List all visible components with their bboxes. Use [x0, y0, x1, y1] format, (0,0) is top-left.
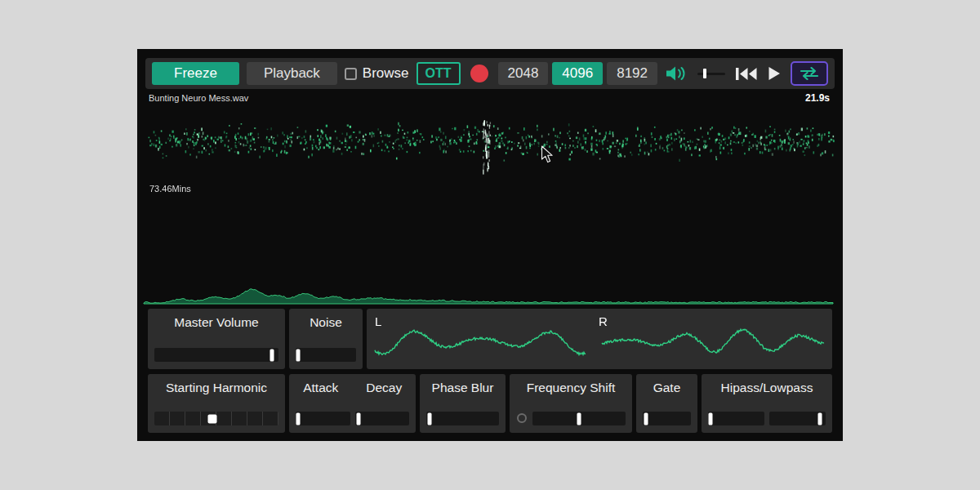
gate-panel: Gate — [636, 374, 697, 433]
volume-button[interactable] — [665, 65, 688, 82]
output-mini-slider-handle[interactable] — [703, 69, 706, 78]
noise-handle[interactable] — [296, 349, 300, 361]
hipass-lowpass-label: Hipass/Lowpass — [702, 381, 832, 395]
control-row-2: Starting Harmonic Attack Decay Phase Blu… — [148, 374, 832, 433]
playback-button[interactable]: Playback — [247, 62, 337, 85]
fft-4096-button[interactable]: 4096 — [552, 62, 603, 85]
waveform-panel: L R — [367, 309, 832, 369]
frequency-shift-panel: Frequency Shift — [510, 374, 632, 433]
plugin-window: Freeze Playback Browse OTT 2048 4096 819… — [137, 49, 843, 441]
noise-label: Noise — [289, 315, 363, 330]
phase-blur-label: Phase Blur — [420, 381, 506, 395]
phase-blur-slider[interactable] — [426, 412, 499, 425]
lowpass-slider[interactable] — [769, 412, 826, 425]
master-volume-panel: Master Volume — [148, 309, 285, 369]
hipass-handle[interactable] — [709, 412, 713, 425]
decay-slider[interactable] — [355, 412, 410, 425]
file-name: Bunting Neuro Mess.wav — [149, 93, 248, 103]
starting-harmonic-slider[interactable] — [154, 412, 278, 425]
transport-group — [665, 61, 828, 86]
noise-panel: Noise — [289, 309, 363, 369]
left-channel-label: L — [375, 314, 381, 328]
volume-icon — [665, 65, 688, 82]
master-volume-handle[interactable] — [270, 349, 274, 361]
frequency-shift-handle[interactable] — [577, 412, 581, 425]
fft-8192-button[interactable]: 8192 — [607, 62, 657, 85]
attack-decay-panel: Attack Decay — [289, 374, 416, 433]
gate-label: Gate — [636, 381, 697, 395]
play-icon — [768, 66, 781, 81]
attack-handle[interactable] — [296, 412, 301, 425]
gate-slider[interactable] — [643, 412, 691, 425]
fft-2048-button[interactable]: 2048 — [498, 62, 549, 85]
toolbar: Freeze Playback Browse OTT 2048 4096 819… — [145, 58, 835, 89]
frequency-shift-slider[interactable] — [532, 412, 626, 425]
right-channel-label: R — [599, 314, 608, 328]
mouse-cursor — [541, 145, 554, 163]
master-volume-label: Master Volume — [148, 315, 285, 330]
output-mini-slider[interactable] — [697, 73, 725, 75]
phase-blur-panel: Phase Blur — [420, 374, 506, 433]
browse-label: Browse — [363, 65, 409, 82]
hipass-slider[interactable] — [708, 412, 764, 425]
skip-back-button[interactable] — [735, 67, 758, 81]
frequency-shift-label: Frequency Shift — [510, 381, 632, 395]
attack-label: Attack — [289, 381, 353, 395]
skip-back-icon — [735, 67, 758, 81]
starting-harmonic-label: Starting Harmonic — [148, 381, 285, 395]
loop-button[interactable] — [791, 61, 828, 86]
noise-slider[interactable] — [296, 348, 356, 362]
loop-icon — [799, 67, 820, 80]
attack-slider[interactable] — [296, 412, 350, 425]
browse-checkbox[interactable] — [345, 68, 357, 80]
lowpass-handle[interactable] — [818, 412, 822, 425]
master-volume-slider[interactable] — [154, 348, 278, 362]
record-button[interactable] — [470, 65, 488, 82]
ott-button[interactable]: OTT — [416, 62, 461, 85]
duration-label: 21.9s — [805, 92, 830, 104]
browse-control[interactable]: Browse — [345, 65, 409, 82]
freeze-button[interactable]: Freeze — [152, 62, 239, 85]
phase-blur-handle[interactable] — [427, 412, 431, 425]
decay-handle[interactable] — [357, 412, 361, 425]
frequency-shift-mode-ring[interactable] — [517, 413, 527, 423]
file-info-row: Bunting Neuro Mess.wav 21.9s — [149, 92, 830, 104]
starting-harmonic-handle[interactable] — [208, 414, 217, 423]
decay-label: Decay — [353, 381, 416, 395]
play-button[interactable] — [768, 66, 781, 81]
control-row-1: Master Volume Noise L R — [148, 309, 832, 369]
starting-harmonic-panel: Starting Harmonic — [148, 374, 285, 433]
fft-size-group: 2048 4096 8192 — [498, 62, 657, 85]
hipass-lowpass-panel: Hipass/Lowpass — [702, 374, 832, 433]
gate-handle[interactable] — [644, 412, 648, 425]
freeze-length-label: 73.46Mins — [149, 184, 191, 194]
spectral-display[interactable] — [137, 106, 843, 306]
